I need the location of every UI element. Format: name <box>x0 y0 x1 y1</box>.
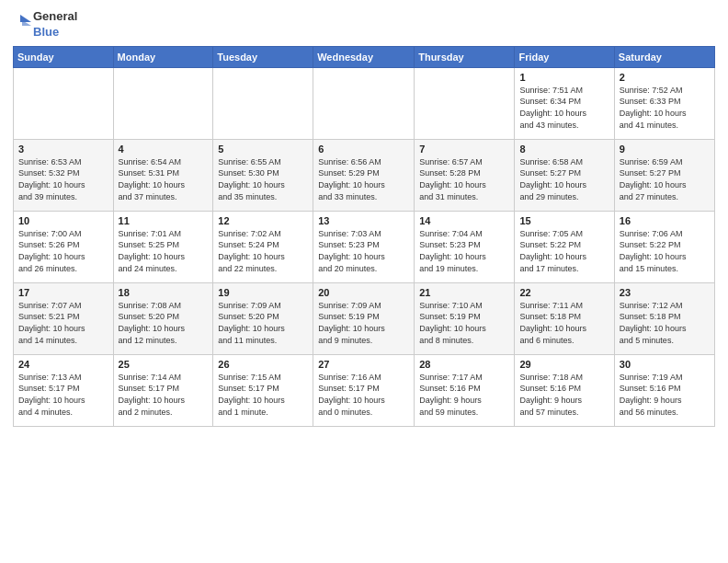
day-number: 28 <box>419 359 509 370</box>
day-number: 24 <box>18 359 108 370</box>
calendar-cell: 6Sunrise: 6:56 AM Sunset: 5:29 PM Daylig… <box>313 139 415 211</box>
day-info: Sunrise: 7:01 AM Sunset: 5:25 PM Dayligh… <box>119 228 209 274</box>
day-info: Sunrise: 7:07 AM Sunset: 5:21 PM Dayligh… <box>18 300 108 346</box>
calendar-cell: 1Sunrise: 7:51 AM Sunset: 6:34 PM Daylig… <box>515 67 614 139</box>
day-number: 8 <box>519 144 609 155</box>
day-number: 12 <box>218 215 308 226</box>
day-number: 20 <box>318 287 409 298</box>
day-info: Sunrise: 6:58 AM Sunset: 5:27 PM Dayligh… <box>519 156 609 202</box>
day-number: 22 <box>519 287 609 298</box>
day-info: Sunrise: 7:18 AM Sunset: 5:16 PM Dayligh… <box>519 372 609 418</box>
calendar-cell: 19Sunrise: 7:09 AM Sunset: 5:20 PM Dayli… <box>213 282 313 354</box>
weekday-header-row: SundayMondayTuesdayWednesdayThursdayFrid… <box>14 46 715 67</box>
day-number: 16 <box>620 215 710 226</box>
calendar-cell: 24Sunrise: 7:13 AM Sunset: 5:17 PM Dayli… <box>14 354 114 426</box>
calendar-cell: 30Sunrise: 7:19 AM Sunset: 5:16 PM Dayli… <box>614 354 714 426</box>
day-number: 29 <box>519 359 609 370</box>
day-info: Sunrise: 7:13 AM Sunset: 5:17 PM Dayligh… <box>18 372 108 418</box>
calendar-cell: 12Sunrise: 7:02 AM Sunset: 5:24 PM Dayli… <box>213 211 313 282</box>
calendar-cell: 13Sunrise: 7:03 AM Sunset: 5:23 PM Dayli… <box>313 211 415 282</box>
calendar-cell: 20Sunrise: 7:09 AM Sunset: 5:19 PM Dayli… <box>313 282 415 354</box>
day-info: Sunrise: 7:09 AM Sunset: 5:20 PM Dayligh… <box>218 300 308 346</box>
day-number: 26 <box>218 359 308 370</box>
calendar-cell: 11Sunrise: 7:01 AM Sunset: 5:25 PM Dayli… <box>113 211 213 282</box>
weekday-header-friday: Friday <box>515 46 614 67</box>
day-number: 14 <box>419 215 509 226</box>
day-number: 4 <box>119 144 209 155</box>
day-info: Sunrise: 7:19 AM Sunset: 5:16 PM Dayligh… <box>620 372 710 418</box>
week-row-2: 3Sunrise: 6:53 AM Sunset: 5:32 PM Daylig… <box>14 139 715 211</box>
weekday-header-sunday: Sunday <box>14 46 114 67</box>
day-number: 3 <box>18 144 108 155</box>
logo: General Blue <box>13 9 77 40</box>
calendar-cell: 27Sunrise: 7:16 AM Sunset: 5:17 PM Dayli… <box>313 354 415 426</box>
calendar-table: SundayMondayTuesdayWednesdayThursdayFrid… <box>13 46 715 427</box>
weekday-header-monday: Monday <box>113 46 213 67</box>
calendar-cell: 28Sunrise: 7:17 AM Sunset: 5:16 PM Dayli… <box>415 354 515 426</box>
day-info: Sunrise: 7:05 AM Sunset: 5:22 PM Dayligh… <box>519 228 609 274</box>
calendar-cell: 17Sunrise: 7:07 AM Sunset: 5:21 PM Dayli… <box>14 282 114 354</box>
day-info: Sunrise: 7:09 AM Sunset: 5:19 PM Dayligh… <box>318 300 409 346</box>
logo-text-blue: Blue <box>33 25 77 40</box>
weekday-header-thursday: Thursday <box>415 46 515 67</box>
day-info: Sunrise: 7:03 AM Sunset: 5:23 PM Dayligh… <box>318 228 409 274</box>
calendar-cell: 5Sunrise: 6:55 AM Sunset: 5:30 PM Daylig… <box>213 139 313 211</box>
day-info: Sunrise: 7:14 AM Sunset: 5:17 PM Dayligh… <box>119 372 209 418</box>
day-number: 21 <box>419 287 509 298</box>
day-number: 9 <box>620 144 710 155</box>
week-row-1: 1Sunrise: 7:51 AM Sunset: 6:34 PM Daylig… <box>14 67 715 139</box>
day-number: 13 <box>318 215 409 226</box>
day-info: Sunrise: 7:10 AM Sunset: 5:19 PM Dayligh… <box>419 300 509 346</box>
day-number: 2 <box>620 72 710 83</box>
calendar-cell <box>415 67 515 139</box>
weekday-header-wednesday: Wednesday <box>313 46 415 67</box>
calendar-page: General Blue SundayMondayTuesdayWednesda… <box>0 0 728 563</box>
calendar-cell <box>213 67 313 139</box>
week-row-5: 24Sunrise: 7:13 AM Sunset: 5:17 PM Dayli… <box>14 354 715 426</box>
calendar-cell: 15Sunrise: 7:05 AM Sunset: 5:22 PM Dayli… <box>515 211 614 282</box>
day-number: 5 <box>218 144 308 155</box>
calendar-cell: 14Sunrise: 7:04 AM Sunset: 5:23 PM Dayli… <box>415 211 515 282</box>
calendar-cell: 25Sunrise: 7:14 AM Sunset: 5:17 PM Dayli… <box>113 354 213 426</box>
day-info: Sunrise: 7:51 AM Sunset: 6:34 PM Dayligh… <box>519 85 609 131</box>
day-info: Sunrise: 7:06 AM Sunset: 5:22 PM Dayligh… <box>620 228 710 274</box>
logo-bird-icon <box>13 11 31 39</box>
calendar-cell: 26Sunrise: 7:15 AM Sunset: 5:17 PM Dayli… <box>213 354 313 426</box>
calendar-cell: 8Sunrise: 6:58 AM Sunset: 5:27 PM Daylig… <box>515 139 614 211</box>
weekday-header-tuesday: Tuesday <box>213 46 313 67</box>
calendar-cell <box>113 67 213 139</box>
calendar-cell: 18Sunrise: 7:08 AM Sunset: 5:20 PM Dayli… <box>113 282 213 354</box>
calendar-cell: 3Sunrise: 6:53 AM Sunset: 5:32 PM Daylig… <box>14 139 114 211</box>
week-row-3: 10Sunrise: 7:00 AM Sunset: 5:26 PM Dayli… <box>14 211 715 282</box>
day-number: 25 <box>119 359 209 370</box>
day-info: Sunrise: 7:15 AM Sunset: 5:17 PM Dayligh… <box>218 372 308 418</box>
day-info: Sunrise: 7:00 AM Sunset: 5:26 PM Dayligh… <box>18 228 108 274</box>
day-info: Sunrise: 7:52 AM Sunset: 6:33 PM Dayligh… <box>620 85 710 131</box>
header: General Blue <box>13 9 715 40</box>
day-number: 18 <box>119 287 209 298</box>
calendar-cell: 10Sunrise: 7:00 AM Sunset: 5:26 PM Dayli… <box>14 211 114 282</box>
day-number: 23 <box>620 287 710 298</box>
day-info: Sunrise: 7:17 AM Sunset: 5:16 PM Dayligh… <box>419 372 509 418</box>
day-info: Sunrise: 6:59 AM Sunset: 5:27 PM Dayligh… <box>620 156 710 202</box>
day-number: 10 <box>18 215 108 226</box>
day-info: Sunrise: 6:55 AM Sunset: 5:30 PM Dayligh… <box>218 156 308 202</box>
day-info: Sunrise: 6:57 AM Sunset: 5:28 PM Dayligh… <box>419 156 509 202</box>
day-info: Sunrise: 6:56 AM Sunset: 5:29 PM Dayligh… <box>318 156 409 202</box>
day-info: Sunrise: 7:02 AM Sunset: 5:24 PM Dayligh… <box>218 228 308 274</box>
day-info: Sunrise: 6:53 AM Sunset: 5:32 PM Dayligh… <box>18 156 108 202</box>
calendar-cell: 7Sunrise: 6:57 AM Sunset: 5:28 PM Daylig… <box>415 139 515 211</box>
day-number: 1 <box>519 72 609 83</box>
day-info: Sunrise: 7:04 AM Sunset: 5:23 PM Dayligh… <box>419 228 509 274</box>
calendar-cell: 29Sunrise: 7:18 AM Sunset: 5:16 PM Dayli… <box>515 354 614 426</box>
calendar-cell <box>313 67 415 139</box>
weekday-header-saturday: Saturday <box>614 46 714 67</box>
calendar-cell <box>14 67 114 139</box>
day-number: 30 <box>620 359 710 370</box>
calendar-cell: 22Sunrise: 7:11 AM Sunset: 5:18 PM Dayli… <box>515 282 614 354</box>
calendar-cell: 2Sunrise: 7:52 AM Sunset: 6:33 PM Daylig… <box>614 67 714 139</box>
day-number: 11 <box>119 215 209 226</box>
day-info: Sunrise: 7:12 AM Sunset: 5:18 PM Dayligh… <box>620 300 710 346</box>
day-number: 17 <box>18 287 108 298</box>
logo-text-general: General <box>33 9 77 25</box>
